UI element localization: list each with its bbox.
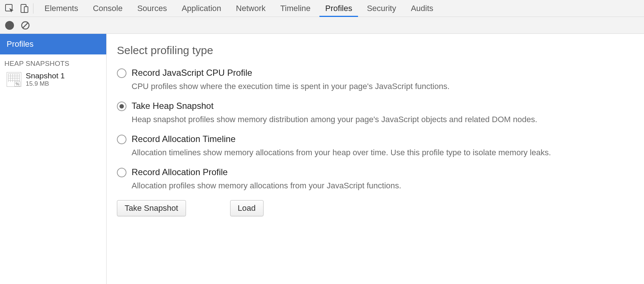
tab-label: Application	[182, 4, 221, 13]
snapshot-title: Snapshot 1	[26, 71, 65, 80]
option-take-heap-snapshot[interactable]: Take Heap Snapshot Heap snapshot profile…	[117, 101, 636, 124]
option-desc: Heap snapshot profiles show memory distr…	[132, 115, 537, 124]
radio-icon[interactable]	[117, 168, 126, 177]
option-texts: Record Allocation Timeline Allocation ti…	[132, 134, 551, 157]
option-texts: Record JavaScript CPU Profile CPU profil…	[132, 68, 450, 91]
devtools-tabbar: Elements Console Sources Application Net…	[0, 0, 644, 17]
option-desc: CPU profiles show where the execution ti…	[132, 82, 450, 91]
profiles-body: Profiles HEAP SNAPSHOTS Snapshot 1 15.9 …	[0, 34, 644, 284]
sidebar-section-label: Profiles	[7, 39, 33, 49]
take-snapshot-button[interactable]: Take Snapshot	[117, 200, 186, 216]
radio-icon[interactable]	[117, 135, 126, 144]
option-desc: Allocation timelines show memory allocat…	[132, 148, 551, 157]
tab-profiles[interactable]: Profiles	[320, 0, 357, 17]
panel-tabs: Elements Console Sources Application Net…	[37, 0, 441, 17]
clear-icon[interactable]	[21, 21, 30, 30]
device-mode-icon[interactable]	[17, 0, 32, 17]
radio-icon[interactable]	[117, 102, 126, 111]
tab-label: Sources	[137, 4, 167, 13]
tab-sources[interactable]: Sources	[132, 0, 172, 17]
tab-audits[interactable]: Audits	[406, 0, 439, 17]
tab-label: Audits	[411, 4, 433, 13]
tab-elements[interactable]: Elements	[39, 0, 83, 17]
tab-label: Network	[236, 4, 266, 13]
profiles-sidebar: Profiles HEAP SNAPSHOTS Snapshot 1 15.9 …	[0, 34, 107, 284]
option-desc: Allocation profiles show memory allocati…	[132, 181, 401, 191]
snapshot-size: 15.9 MB	[26, 81, 65, 88]
tab-application[interactable]: Application	[176, 0, 226, 17]
tab-network[interactable]: Network	[231, 0, 271, 17]
tab-label: Security	[367, 4, 396, 13]
option-record-allocation-timeline[interactable]: Record Allocation Timeline Allocation ti…	[117, 134, 636, 157]
profiles-toolbar	[0, 17, 644, 34]
option-label: Record Allocation Timeline	[132, 134, 551, 144]
sidebar-group-heap-snapshots: HEAP SNAPSHOTS	[0, 54, 106, 70]
record-icon[interactable]	[5, 21, 14, 30]
option-label: Record Allocation Profile	[132, 167, 401, 177]
radio-icon[interactable]	[117, 68, 126, 78]
option-label: Take Heap Snapshot	[132, 101, 537, 111]
tab-label: Timeline	[280, 4, 310, 13]
svg-line-4	[23, 23, 28, 28]
tab-label: Profiles	[325, 4, 352, 13]
sidebar-item-snapshot[interactable]: Snapshot 1 15.9 MB	[0, 70, 106, 89]
option-texts: Take Heap Snapshot Heap snapshot profile…	[132, 101, 537, 124]
tab-console[interactable]: Console	[88, 0, 128, 17]
option-record-allocation-profile[interactable]: Record Allocation Profile Allocation pro…	[117, 167, 636, 191]
snapshot-text: Snapshot 1 15.9 MB	[26, 71, 65, 88]
tab-security[interactable]: Security	[362, 0, 401, 17]
option-label: Record JavaScript CPU Profile	[132, 68, 450, 78]
page-title: Select profiling type	[117, 44, 636, 57]
profiles-main: Select profiling type Record JavaScript …	[107, 34, 644, 284]
inspect-element-icon[interactable]	[2, 0, 17, 17]
separator	[33, 3, 33, 14]
option-record-cpu-profile[interactable]: Record JavaScript CPU Profile CPU profil…	[117, 68, 636, 91]
sidebar-section-profiles[interactable]: Profiles	[0, 34, 106, 54]
svg-rect-2	[24, 7, 28, 13]
tab-timeline[interactable]: Timeline	[275, 0, 315, 17]
tab-label: Console	[93, 4, 123, 13]
heap-snapshot-icon	[7, 72, 21, 87]
button-row: Take Snapshot Load	[117, 200, 636, 216]
option-texts: Record Allocation Profile Allocation pro…	[132, 167, 401, 191]
tab-label: Elements	[44, 4, 78, 13]
load-button[interactable]: Load	[230, 200, 264, 216]
